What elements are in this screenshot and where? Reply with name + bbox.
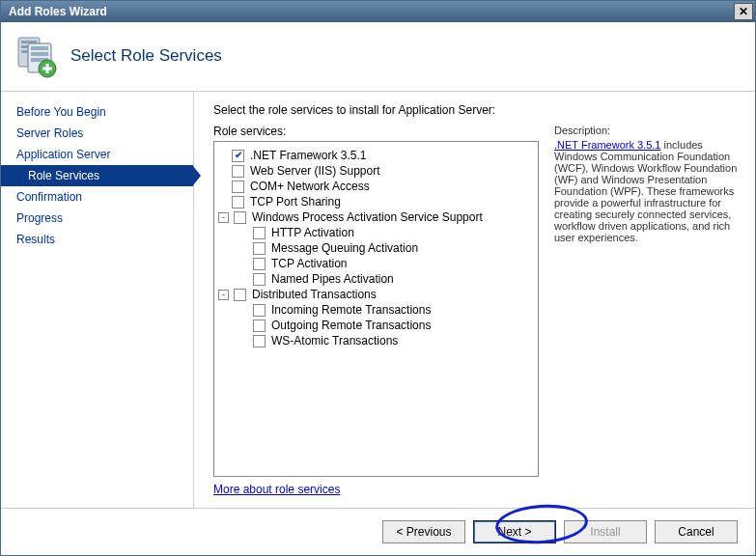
wizard-steps-sidebar: Before You BeginServer RolesApplication … bbox=[1, 92, 194, 508]
svg-rect-5 bbox=[31, 46, 48, 50]
sidebar-item-confirmation[interactable]: Confirmation bbox=[1, 186, 193, 208]
tree-node-label: TCP Port Sharing bbox=[247, 195, 341, 208]
expander-icon[interactable]: - bbox=[218, 290, 229, 300]
tree-node-label: TCP Activation bbox=[268, 257, 347, 270]
tree-node-label: Incoming Remote Transactions bbox=[268, 303, 431, 317]
tree-node[interactable]: Incoming Remote Transactions bbox=[218, 302, 534, 318]
tree-node[interactable]: Outgoing Remote Transactions bbox=[218, 318, 534, 333]
install-button: Install bbox=[564, 520, 647, 543]
header: Select Role Services bbox=[1, 22, 755, 92]
tree-node[interactable]: TCP Activation bbox=[218, 256, 534, 271]
tree-node[interactable]: -Distributed Transactions bbox=[218, 287, 534, 302]
tree-node-label: Windows Process Activation Service Suppo… bbox=[249, 210, 483, 224]
checkbox[interactable] bbox=[232, 165, 244, 178]
description-link[interactable]: .NET Framework 3.5.1 bbox=[554, 139, 660, 151]
tree-node-label: .NET Framework 3.5.1 bbox=[247, 149, 366, 162]
role-services-column: Role services: .NET Framework 3.5.1Web S… bbox=[213, 125, 539, 502]
tree-node[interactable]: Message Queuing Activation bbox=[218, 240, 534, 256]
tree-node-label: COM+ Network Access bbox=[247, 180, 370, 193]
instruction-text: Select the role services to install for … bbox=[213, 103, 740, 117]
next-button[interactable]: Next > bbox=[473, 520, 556, 543]
tree-node[interactable]: HTTP Activation bbox=[218, 225, 534, 240]
tree-node-label: Outgoing Remote Transactions bbox=[268, 319, 431, 332]
tree-node[interactable]: -Windows Process Activation Service Supp… bbox=[218, 209, 534, 225]
description-body: includes Windows Communication Foundatio… bbox=[554, 139, 737, 243]
close-icon: ✕ bbox=[739, 5, 748, 18]
role-services-label: Role services: bbox=[213, 125, 539, 138]
sidebar-item-application-server[interactable]: Application Server bbox=[1, 144, 193, 165]
cancel-button[interactable]: Cancel bbox=[655, 520, 738, 543]
close-button[interactable]: ✕ bbox=[734, 3, 753, 20]
tree-node[interactable]: .NET Framework 3.5.1 bbox=[218, 148, 534, 163]
svg-rect-10 bbox=[42, 67, 52, 70]
checkbox[interactable] bbox=[253, 304, 266, 317]
role-services-tree[interactable]: .NET Framework 3.5.1Web Server (IIS) Sup… bbox=[213, 141, 539, 477]
checkbox[interactable] bbox=[232, 196, 244, 208]
checkbox[interactable] bbox=[253, 320, 266, 332]
tree-node[interactable]: WS-Atomic Transactions bbox=[218, 333, 534, 348]
content-columns: Role services: .NET Framework 3.5.1Web S… bbox=[213, 125, 740, 502]
more-about-link[interactable]: More about role services bbox=[213, 477, 539, 502]
tree-node[interactable]: TCP Port Sharing bbox=[218, 194, 534, 209]
tree-node[interactable]: COM+ Network Access bbox=[218, 179, 534, 194]
tree-node-label: HTTP Activation bbox=[268, 226, 354, 239]
expander-icon[interactable]: - bbox=[218, 212, 229, 223]
checkbox[interactable] bbox=[234, 289, 246, 301]
tree-node-label: Web Server (IIS) Support bbox=[247, 164, 380, 178]
description-column: Description: .NET Framework 3.5.1 includ… bbox=[554, 125, 740, 502]
sidebar-item-server-roles[interactable]: Server Roles bbox=[1, 123, 193, 144]
checkbox[interactable] bbox=[253, 227, 266, 239]
server-role-icon bbox=[13, 34, 57, 78]
tree-node-label: Message Queuing Activation bbox=[268, 241, 418, 255]
sidebar-item-before-you-begin[interactable]: Before You Begin bbox=[1, 101, 193, 123]
tree-node-label: Distributed Transactions bbox=[249, 288, 377, 301]
sidebar-item-results[interactable]: Results bbox=[1, 229, 193, 250]
window-title: Add Roles Wizard bbox=[3, 5, 107, 18]
checkbox[interactable] bbox=[232, 150, 244, 162]
checkbox[interactable] bbox=[253, 258, 266, 270]
body: Before You BeginServer RolesApplication … bbox=[1, 92, 755, 509]
checkbox[interactable] bbox=[232, 181, 244, 193]
sidebar-item-progress[interactable]: Progress bbox=[1, 208, 193, 229]
tree-node-label: Named Pipes Activation bbox=[268, 272, 394, 286]
checkbox[interactable] bbox=[253, 242, 266, 255]
tree-node[interactable]: Web Server (IIS) Support bbox=[218, 163, 534, 179]
page-title: Select Role Services bbox=[70, 46, 222, 66]
checkbox[interactable] bbox=[253, 273, 266, 286]
checkbox[interactable] bbox=[234, 211, 246, 224]
description-label: Description: bbox=[554, 125, 740, 136]
wizard-footer: < Previous Next > Install Cancel bbox=[1, 509, 755, 555]
main-panel: Select the role services to install for … bbox=[194, 92, 755, 508]
svg-rect-6 bbox=[31, 52, 48, 56]
add-roles-wizard-window: Add Roles Wizard ✕ Select Role Services bbox=[0, 0, 756, 556]
titlebar[interactable]: Add Roles Wizard ✕ bbox=[1, 1, 755, 22]
previous-button[interactable]: < Previous bbox=[382, 520, 465, 543]
tree-node-label: WS-Atomic Transactions bbox=[268, 334, 398, 348]
tree-node[interactable]: Named Pipes Activation bbox=[218, 271, 534, 287]
sidebar-item-role-services[interactable]: Role Services bbox=[1, 165, 193, 186]
description-text: .NET Framework 3.5.1 includes Windows Co… bbox=[554, 139, 740, 243]
checkbox[interactable] bbox=[253, 335, 266, 348]
